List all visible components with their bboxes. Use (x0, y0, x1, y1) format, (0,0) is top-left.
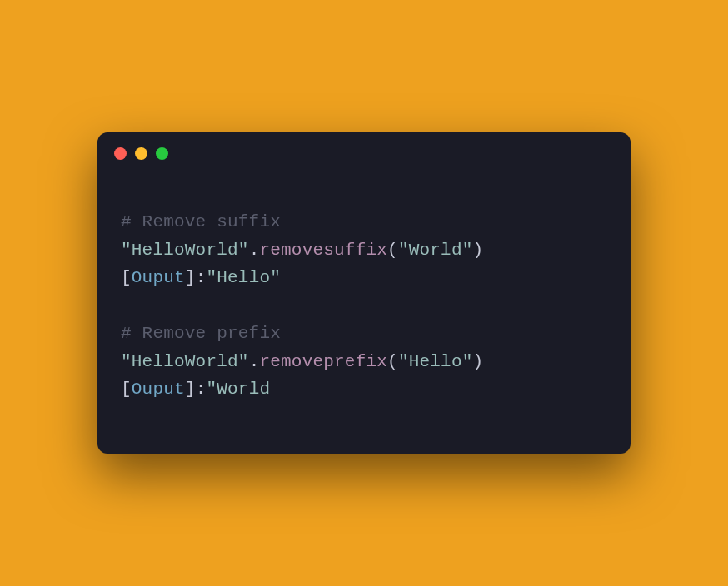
string-token: "World" (398, 241, 473, 260)
bracket-token: ] (185, 268, 196, 287)
string-token: "Hello" (398, 352, 473, 371)
dot-token: . (249, 352, 260, 371)
bracket-token: [ (121, 268, 132, 287)
string-token: "Hello" (206, 268, 281, 287)
paren-token: ) (473, 241, 484, 260)
code-line: [Ouput]:"World (121, 375, 607, 404)
bracket-token: ] (185, 380, 196, 399)
code-line: # Remove prefix (121, 320, 607, 348)
code-window: # Remove suffix "HelloWorld".removesuffi… (97, 132, 631, 454)
string-token: "HelloWorld" (121, 352, 249, 371)
close-icon[interactable] (114, 147, 127, 160)
comment-text: # Remove suffix (121, 212, 281, 231)
bracket-token: [ (121, 380, 132, 399)
paren-token: ) (473, 352, 484, 371)
minimize-icon[interactable] (135, 147, 147, 160)
label-token: Ouput (132, 380, 185, 399)
string-token: "World (206, 380, 270, 399)
method-token: removeprefix (259, 352, 387, 371)
method-token: removesuffix (259, 241, 387, 260)
colon-token: : (196, 380, 207, 399)
paren-token: ( (387, 352, 398, 371)
colon-token: : (196, 268, 207, 287)
comment-text: # Remove prefix (121, 324, 281, 343)
paren-token: ( (387, 241, 398, 260)
label-token: Ouput (132, 268, 185, 287)
code-block: # Remove suffix "HelloWorld".removesuffi… (97, 175, 631, 412)
window-titlebar (97, 132, 631, 175)
maximize-icon[interactable] (156, 147, 168, 160)
dot-token: . (249, 241, 260, 260)
code-line: # Remove suffix (121, 208, 607, 236)
code-line: "HelloWorld".removesuffix("World") (121, 236, 607, 265)
string-token: "HelloWorld" (121, 241, 249, 260)
code-line: "HelloWorld".removeprefix("Hello") (121, 348, 607, 376)
code-line: [Ouput]:"Hello" (121, 264, 607, 292)
blank-line (121, 292, 607, 320)
